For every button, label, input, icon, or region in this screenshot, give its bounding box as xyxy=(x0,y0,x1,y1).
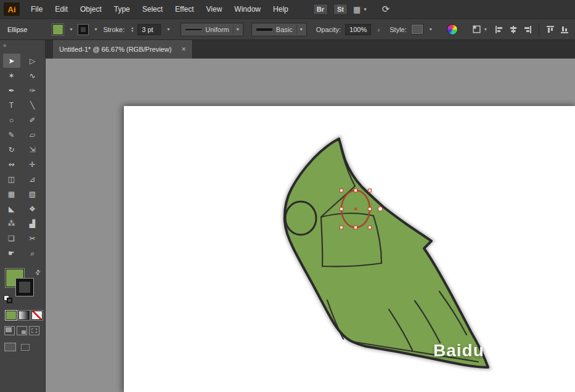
document-tab[interactable]: Untitled-1* @ 66.67% (RGB/Preview) × xyxy=(53,40,193,59)
transform-chevron-icon[interactable]: ▾ xyxy=(483,27,489,32)
recolor-artwork-icon[interactable] xyxy=(447,24,458,35)
gradient-tool-icon[interactable]: ▧ xyxy=(24,187,41,201)
align-left-icon[interactable] xyxy=(495,25,504,34)
transform-icon[interactable] xyxy=(472,25,481,34)
slice-tool-icon[interactable]: ✂ xyxy=(24,231,41,245)
stock-button[interactable]: St xyxy=(333,4,348,15)
artwork-shell-oval[interactable] xyxy=(285,202,316,235)
menu-edit[interactable]: Edit xyxy=(49,0,74,18)
gradient-button[interactable] xyxy=(18,311,30,320)
align-bottom-icon[interactable] xyxy=(560,25,569,34)
opacity-label: Opacity: xyxy=(316,26,341,33)
menu-view[interactable]: View xyxy=(200,0,229,18)
symbol-sprayer-tool-icon[interactable]: ⁂ xyxy=(3,216,20,231)
artwork-layer xyxy=(124,106,575,392)
ellipse-tool-icon[interactable]: ○ xyxy=(3,113,20,127)
illustrator-window: Ai File Edit Object Type Select Effect V… xyxy=(0,0,575,392)
draw-behind-icon[interactable] xyxy=(17,326,27,335)
stroke-weight-input[interactable]: 3 pt xyxy=(137,24,161,35)
curvature-tool-icon[interactable]: ✑ xyxy=(24,83,41,97)
align-right-icon[interactable] xyxy=(523,25,532,34)
selection-handle[interactable] xyxy=(369,189,372,192)
stroke-color-indicator[interactable] xyxy=(16,279,33,296)
eyedropper-tool-icon[interactable]: ◣ xyxy=(3,202,20,216)
style-chevron-icon[interactable]: ▾ xyxy=(428,27,434,32)
stroke-weight-chevron-icon[interactable]: ▾ xyxy=(165,27,171,32)
blend-tool-icon[interactable]: ❖ xyxy=(24,202,41,216)
menu-window[interactable]: Window xyxy=(228,0,267,18)
selection-handle[interactable] xyxy=(354,226,357,229)
artboard[interactable]: Baidu xyxy=(124,106,575,392)
pencil-tool-icon[interactable]: ✎ xyxy=(3,128,20,142)
mesh-tool-icon[interactable]: ▦ xyxy=(3,187,20,201)
bridge-button[interactable]: Br xyxy=(313,4,328,15)
artwork-shape[interactable] xyxy=(285,139,488,367)
center-point[interactable] xyxy=(354,208,357,210)
menu-object[interactable]: Object xyxy=(74,0,108,18)
draw-inside-icon[interactable] xyxy=(29,326,39,335)
stroke-color-swatch[interactable] xyxy=(78,25,88,35)
free-transform-tool-icon[interactable]: ✛ xyxy=(24,157,41,171)
align-center-icon[interactable] xyxy=(509,25,518,34)
close-tab-icon[interactable]: × xyxy=(181,46,186,52)
chevron-down-icon[interactable]: ▾ xyxy=(364,6,367,12)
document-tab-title: Untitled-1* @ 66.67% (RGB/Preview) xyxy=(59,46,171,53)
arrange-documents-icon[interactable]: ▦ xyxy=(353,5,361,14)
line-segment-tool-icon[interactable]: ╲ xyxy=(24,98,41,112)
color-button[interactable] xyxy=(6,311,17,320)
perspective-grid-tool-icon[interactable]: ⊿ xyxy=(24,172,41,186)
normal-screen-mode-icon[interactable] xyxy=(21,344,30,351)
collapse-panel-button[interactable]: « xyxy=(0,40,45,50)
direct-selection-tool-icon[interactable]: ▷ xyxy=(24,54,41,68)
width-profile-chevron-icon[interactable]: ▾ xyxy=(233,25,240,34)
menu-effect[interactable]: Effect xyxy=(169,0,200,18)
artboard-tool-icon[interactable]: ❏ xyxy=(3,231,20,245)
selection-handle[interactable] xyxy=(369,208,372,211)
selection-tool-icon[interactable]: ➤ xyxy=(3,54,20,68)
selection-handle[interactable] xyxy=(369,226,372,229)
width-tool-icon[interactable]: ↭ xyxy=(3,157,20,171)
draw-normal-icon[interactable] xyxy=(4,326,15,335)
stroke-weight-stepper[interactable]: ▴ ▾ xyxy=(131,27,133,33)
menu-file[interactable]: File xyxy=(25,0,49,18)
brush-chevron-icon[interactable]: ▾ xyxy=(296,25,304,34)
fill-chevron-icon[interactable]: ▾ xyxy=(68,27,74,32)
eraser-tool-icon[interactable]: ▱ xyxy=(24,128,41,142)
live-shape-widget[interactable] xyxy=(378,207,383,211)
stroke-weight-label: Stroke: xyxy=(103,26,124,33)
menu-type[interactable]: Type xyxy=(108,0,136,18)
change-screen-mode-icon[interactable] xyxy=(4,343,16,351)
scale-tool-icon[interactable]: ⇲ xyxy=(24,142,41,157)
brush-dropdown[interactable]: Basic ▾ xyxy=(251,23,307,36)
width-profile-dropdown[interactable]: Uniform ▾ xyxy=(181,23,243,36)
rotate-tool-icon[interactable]: ↻ xyxy=(3,142,20,157)
swap-fill-stroke-icon[interactable]: ⇄ xyxy=(33,268,42,277)
paintbrush-tool-icon[interactable]: ✐ xyxy=(24,113,41,127)
zoom-tool-icon[interactable]: ⌕ xyxy=(24,246,41,260)
type-tool-icon[interactable]: T xyxy=(3,98,20,112)
opacity-chevron-icon[interactable]: › xyxy=(375,26,381,33)
canvas[interactable]: Baidu xyxy=(46,59,575,392)
style-swatch[interactable] xyxy=(411,24,423,35)
selection-handle[interactable] xyxy=(340,189,343,192)
menu-select[interactable]: Select xyxy=(136,0,169,18)
hand-tool-icon[interactable]: ☛ xyxy=(3,246,20,260)
sync-icon[interactable]: ⟳ xyxy=(382,4,390,15)
align-top-icon[interactable] xyxy=(546,25,555,34)
stroke-chevron-icon[interactable]: ▾ xyxy=(92,27,99,32)
pen-tool-icon[interactable]: ✒ xyxy=(3,83,20,97)
opacity-input[interactable]: 100% xyxy=(345,24,371,35)
lasso-tool-icon[interactable]: ∿ xyxy=(24,68,41,83)
main-menus: File Edit Object Type Select Effect View… xyxy=(25,0,295,18)
stepper-down-icon[interactable]: ▾ xyxy=(131,30,133,33)
magic-wand-tool-icon[interactable]: ✶ xyxy=(3,68,20,83)
default-fill-stroke-icon[interactable] xyxy=(4,295,14,303)
selection-handle[interactable] xyxy=(340,208,343,211)
column-graph-tool-icon[interactable]: ▟ xyxy=(24,216,41,231)
menu-help[interactable]: Help xyxy=(267,0,295,18)
none-button[interactable] xyxy=(31,311,43,320)
selection-handle[interactable] xyxy=(340,226,343,229)
fill-color-swatch[interactable] xyxy=(52,24,63,35)
selection-handle[interactable] xyxy=(354,189,357,192)
shape-builder-tool-icon[interactable]: ◫ xyxy=(3,172,20,186)
